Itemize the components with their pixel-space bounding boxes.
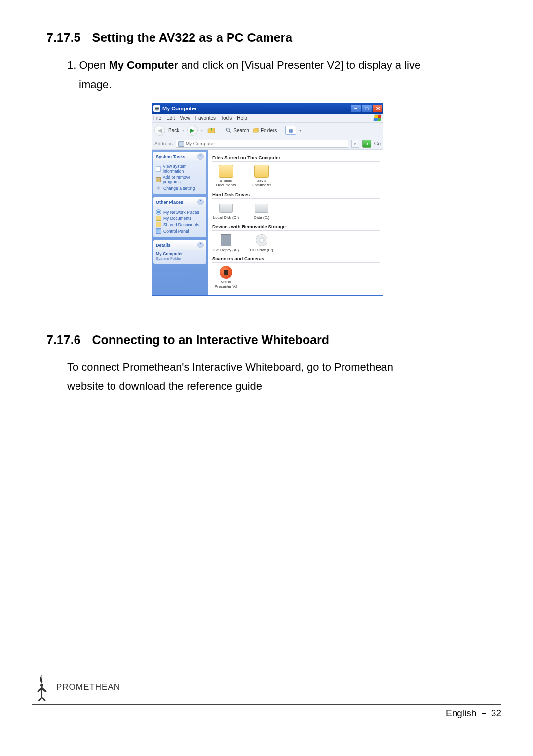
minimize-button[interactable]: – <box>351 105 361 112</box>
page-number: English － 32 <box>446 707 501 720</box>
chevron-up-icon: ⌃ <box>197 199 204 205</box>
step-text-2: and click on [Visual Presenter V2] to di… <box>178 59 420 71</box>
heading-7-17-6: 7.17.6 Connecting to an Interactive Whit… <box>46 333 489 347</box>
step-bold: My Computer <box>109 59 178 71</box>
address-label: Address <box>154 141 173 146</box>
folders-button[interactable]: Folders <box>252 127 277 134</box>
link-shared-documents[interactable]: Shared Documents <box>156 221 204 228</box>
maximize-button[interactable]: □ <box>362 105 372 112</box>
toolbar: ◄ Back ▾ ► ▾ Search Folders ▦ <box>152 123 383 138</box>
heading-title: Connecting to an Interactive Whiteboard <box>92 333 329 347</box>
paragraph-line1: To connect Promethean's Interactive Whit… <box>67 359 489 376</box>
step-1: 1. Open My Computer and click on [Visual… <box>67 57 489 73</box>
address-input[interactable]: My Computer <box>176 140 348 148</box>
item-floppy-a[interactable]: 3½ Floppy (A:) <box>212 234 240 252</box>
address-bar: Address My Computer ▾ ➔ Go <box>152 138 383 150</box>
link-control-panel[interactable]: Control Panel <box>156 228 204 234</box>
menu-favorites[interactable]: Favorites <box>195 115 216 121</box>
address-value: My Computer <box>186 141 215 146</box>
views-dropdown-icon[interactable]: ▾ <box>299 128 301 133</box>
heading-7-17-5: 7.17.5 Setting the AV322 as a PC Camera <box>46 31 489 45</box>
panel-details: Details ⌃ My Computer System Folder <box>153 240 206 264</box>
computer-icon: 💻 <box>153 105 160 112</box>
folder-icon <box>254 165 269 178</box>
menu-edit[interactable]: Edit <box>166 115 175 121</box>
panel-other-places: Other Places ⌃ My Network Places My Docu… <box>153 197 206 237</box>
hdd-icon <box>219 202 233 215</box>
paragraph-line2: website to download the reference guide <box>67 378 489 395</box>
window-titlebar[interactable]: 💻 My Computer – □ ✕ <box>152 103 383 114</box>
back-button[interactable]: ◄ <box>154 125 165 136</box>
link-network-places[interactable]: My Network Places <box>156 209 204 215</box>
panel-header[interactable]: Other Places ⌃ <box>153 197 206 207</box>
address-dropdown-icon[interactable]: ▾ <box>351 140 359 148</box>
go-button[interactable]: ➔ <box>362 140 371 148</box>
chevron-up-icon: ⌃ <box>197 153 204 160</box>
camera-icon <box>220 266 232 279</box>
link-add-remove-programs[interactable]: Add or remove programs <box>156 174 204 185</box>
panel-header[interactable]: Details ⌃ <box>153 240 206 250</box>
folders-label: Folders <box>261 128 277 133</box>
explorer-client: System Tasks ⌃ View system information A… <box>152 150 383 296</box>
details-name: My Computer <box>156 252 204 256</box>
back-label: Back <box>168 128 179 133</box>
link-view-system-information[interactable]: View system information <box>156 163 204 174</box>
views-button[interactable]: ▦ <box>285 126 296 135</box>
group-scanners-cameras: Scanners and Cameras <box>212 255 380 263</box>
step-1-line2: image. <box>79 76 489 93</box>
group-removable-storage: Devices with Removable Storage <box>212 223 380 231</box>
group-hard-disk-drives: Hard Disk Drives <box>212 191 380 199</box>
main-pane: Files Stored on This Computer Shared Doc… <box>208 150 383 295</box>
heading-number: 7.17.6 <box>46 333 81 347</box>
chevron-up-icon: ⌃ <box>197 242 204 248</box>
up-button[interactable] <box>206 125 217 136</box>
item-cd-drive-e[interactable]: CD Drive (E:) <box>248 234 275 252</box>
search-label: Search <box>233 128 249 133</box>
floppy-icon <box>219 234 233 247</box>
go-label: Go <box>374 141 381 146</box>
document-body: 7.17.5 Setting the AV322 as a PC Camera … <box>0 0 533 395</box>
link-change-setting[interactable]: Change a setting <box>156 185 204 191</box>
panel-system-tasks: System Tasks ⌃ View system information A… <box>153 152 206 194</box>
side-pane: System Tasks ⌃ View system information A… <box>152 150 208 295</box>
folder-icon <box>219 165 233 178</box>
menu-file[interactable]: File <box>153 115 161 121</box>
group-files-stored: Files Stored on This Computer <box>212 154 380 162</box>
hdd-icon <box>254 202 269 215</box>
menu-help[interactable]: Help <box>237 115 247 121</box>
search-button[interactable]: Search <box>225 127 249 134</box>
item-shared-documents[interactable]: Shared Documents <box>212 165 240 187</box>
item-visual-presenter-v2[interactable]: Visual Presenter V2 <box>212 266 240 288</box>
page-footer: PROMETHEAN English － 32 <box>32 674 501 720</box>
item-sws-documents[interactable]: SW's Documents <box>248 165 275 187</box>
screenshot-my-computer: 💻 My Computer – □ ✕ File Edit View Favor… <box>152 103 383 296</box>
flame-person-icon <box>32 674 52 701</box>
heading-title: Setting the AV322 as a PC Camera <box>92 31 292 44</box>
menu-tools[interactable]: Tools <box>221 115 232 121</box>
step-text: 1. Open <box>67 59 109 71</box>
panel-header[interactable]: System Tasks ⌃ <box>153 152 206 161</box>
svg-point-0 <box>227 128 230 132</box>
item-local-disk-c[interactable]: Local Disk (C:) <box>212 202 240 220</box>
details-type: System Folder <box>156 256 204 261</box>
close-button[interactable]: ✕ <box>373 105 382 112</box>
svg-point-2 <box>40 684 43 687</box>
panel-title: Other Places <box>156 200 183 205</box>
windows-flag-icon <box>373 114 382 121</box>
item-data-d[interactable]: Data (D:) <box>248 202 275 220</box>
forward-button[interactable]: ► <box>187 125 198 136</box>
promethean-logo: PROMETHEAN <box>32 674 501 701</box>
svg-line-1 <box>229 131 231 133</box>
footer-divider <box>32 704 501 705</box>
link-my-documents[interactable]: My Documents <box>156 215 204 221</box>
window-title: My Computer <box>162 106 197 111</box>
panel-title: System Tasks <box>156 154 185 159</box>
cd-icon <box>254 234 269 247</box>
brand-text: PROMETHEAN <box>56 683 120 692</box>
menu-view[interactable]: View <box>180 115 190 121</box>
computer-icon <box>178 141 184 147</box>
heading-number: 7.17.5 <box>46 31 81 44</box>
panel-title: Details <box>156 243 171 248</box>
menu-bar: File Edit View Favorites Tools Help <box>152 114 383 123</box>
